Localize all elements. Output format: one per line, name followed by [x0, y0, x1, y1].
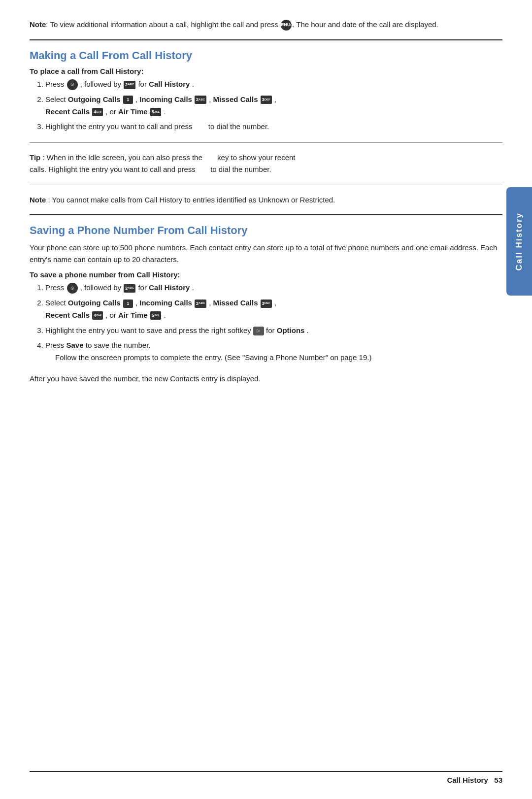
s2-step2-pre: Select — [45, 299, 68, 307]
num3-s1: 3DEF — [261, 96, 272, 104]
talk-icon-s1 — [197, 124, 204, 132]
s2-step4-post: to save the number. — [86, 341, 151, 349]
section1-steps: Press ☉ , followed by 2ABC for Call Hist… — [45, 78, 502, 133]
note1-text2: . The hour and date of the call are disp… — [292, 20, 438, 29]
s2-missed: Missed Calls — [213, 299, 258, 307]
tip1-text4: to dial the number. — [210, 165, 271, 173]
rule-top — [30, 39, 502, 40]
talk-icon-tip2 — [200, 167, 206, 175]
s1-outgoing: Outgoing Calls — [68, 95, 121, 103]
s1-step1-end: . — [192, 80, 194, 88]
s2-step1-callhistory: Call History — [149, 283, 190, 292]
s2-step3-for: for — [266, 326, 277, 334]
s2-step1-mid: , followed by — [80, 283, 124, 292]
s2-save-bold: Save — [66, 341, 84, 349]
s1-missed: Missed Calls — [213, 95, 258, 103]
menu-key-note1: MENUOK — [281, 20, 292, 31]
s2-step2-c2: , — [209, 299, 213, 307]
talk-icon-tip1 — [206, 155, 213, 163]
s2-step4-pre: Press — [45, 341, 66, 349]
s1-step1-pre: Press — [45, 80, 66, 88]
section2-body: Your phone can store up to 500 phone num… — [30, 242, 502, 266]
num2-s2: 2ABC — [195, 300, 206, 308]
num1-s2: 1 — [123, 300, 133, 308]
s1-step3-post: to dial the number. — [208, 122, 269, 131]
s1-recent: Recent Calls — [45, 107, 90, 116]
tip1-block: Tip : When in the Idle screen, you can a… — [30, 152, 502, 176]
num4-s1: 4GHI — [92, 108, 103, 116]
s2-step1-end: . — [192, 283, 194, 292]
s1-step1-callhistory: Call History — [149, 80, 190, 88]
note2-block: Note : You cannot make calls from Call H… — [30, 194, 502, 205]
footer-label: Call History 53 — [447, 776, 502, 784]
step1-s1: Press ☉ , followed by 2ABC for Call Hist… — [45, 78, 502, 91]
rule-section2 — [30, 214, 502, 215]
step3-s2: Highlight the entry you want to save and… — [45, 325, 502, 337]
side-tab-label: Call History — [514, 212, 524, 270]
rule-mid — [30, 185, 502, 185]
note-1-block: Note: To view additional information abo… — [30, 19, 502, 31]
step2-s2: Select Outgoing Calls 1 , Incoming Calls… — [45, 297, 502, 322]
s1-step2-c3: , — [274, 95, 276, 103]
step3-s1: Highlight the entry you want to call and… — [45, 121, 502, 133]
s1-step2-or: , or — [105, 107, 118, 116]
section2-steps: Press ☉ , followed by 2ABC for Call Hist… — [45, 282, 502, 364]
s2-step3-pre: Highlight the entry you want to save and… — [45, 326, 253, 334]
s2-outgoing: Outgoing Calls — [68, 299, 121, 307]
menu-key-s2: ☉ — [67, 283, 78, 294]
num2-badge-s2: 2ABC — [124, 284, 135, 293]
tip1-label: Tip — [30, 153, 40, 162]
s1-step1-mid: , followed by — [80, 80, 124, 88]
s1-airtime: Air Time — [118, 107, 148, 116]
s1-incoming: Incoming Calls — [139, 95, 192, 103]
side-tab: Call History — [506, 187, 532, 296]
softkey-icon-s2: ▷ — [253, 327, 264, 335]
s2-step4-note: Follow the onscreen prompts to complete … — [55, 353, 371, 362]
s1-step1-for: for — [138, 80, 149, 88]
s2-recent: Recent Calls — [45, 311, 90, 319]
note2-text: : You cannot make calls from Call Histor… — [48, 196, 335, 204]
s1-step2-c1: , — [135, 95, 139, 103]
num5-s1: 5JKL — [150, 108, 161, 116]
s2-incoming: Incoming Calls — [139, 299, 192, 307]
after-save-text: After you have saved the number, the new… — [30, 373, 502, 385]
section2-heading: Saving a Phone Number From Call History — [30, 224, 502, 237]
page-footer: Call History 53 — [30, 771, 502, 784]
num1-s1: 1 — [123, 96, 133, 104]
s1-step2-end: . — [164, 107, 166, 116]
num3-s2: 3DEF — [261, 300, 272, 308]
tip1-text2: key to show your recent — [217, 153, 295, 162]
note1-text: : To view additional information about a… — [46, 20, 280, 29]
rule-tip — [30, 142, 502, 143]
s1-step3-pre: Highlight the entry you want to call and… — [45, 122, 195, 131]
section1-heading: Making a Call From Call History — [30, 49, 502, 62]
num2-s1: 2ABC — [195, 96, 206, 104]
section2-subheading: To save a phone number from Call History… — [30, 270, 502, 279]
s2-options: Options — [277, 326, 305, 334]
note1-label: Note — [30, 20, 46, 29]
tip1-text3: calls. Highlight the entry you want to c… — [30, 165, 198, 173]
step2-s1: Select Outgoing Calls 1 , Incoming Calls… — [45, 94, 502, 118]
s1-step2-c2: , — [209, 95, 213, 103]
s2-step1-for: for — [138, 283, 149, 292]
s2-airtime: Air Time — [118, 311, 148, 319]
num2-badge-s1: 2ABC — [124, 81, 135, 89]
s2-step2-c1: , — [135, 299, 139, 307]
num4-s2: 4GHI — [92, 311, 103, 320]
s2-step2-end: . — [164, 311, 166, 319]
step4-s2: Press Save to save the number. Follow th… — [45, 339, 502, 364]
section1-subheading: To place a call from Call History: — [30, 67, 502, 75]
num5-s2: 5JKL — [150, 311, 161, 320]
menu-key-s1: ☉ — [67, 79, 78, 90]
tip1-text1: : When in the Idle screen, you can also … — [42, 153, 204, 162]
note2-label: Note — [30, 196, 46, 204]
step1-s2: Press ☉ , followed by 2ABC for Call Hist… — [45, 282, 502, 294]
s2-step1-pre: Press — [45, 283, 66, 292]
s2-step2-or: , or — [105, 311, 118, 319]
page-container: Call History Note: To view additional in… — [0, 0, 532, 799]
s2-step2-c3: , — [274, 299, 276, 307]
s2-step3-end: . — [307, 326, 309, 334]
s1-step2-pre: Select — [45, 95, 68, 103]
